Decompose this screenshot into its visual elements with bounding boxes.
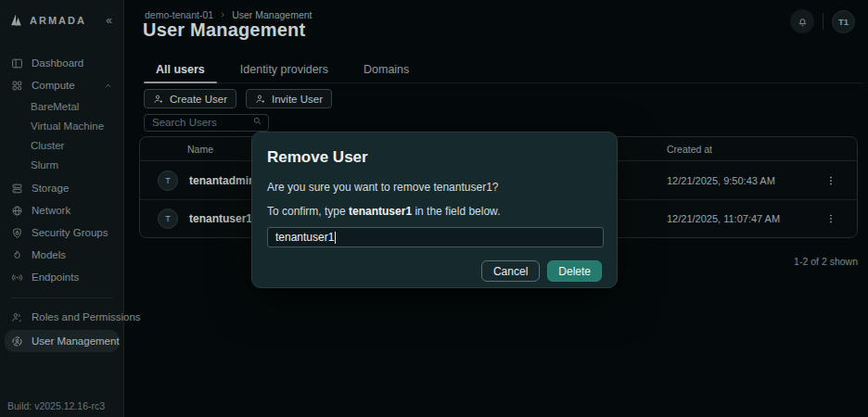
person-plus-icon [153, 94, 164, 105]
user-name: tenantuser1 [189, 212, 252, 225]
sidebar-item-label: User Management [32, 335, 120, 347]
create-user-label: Create User [170, 94, 227, 105]
remove-user-dialog: Remove User Are you sure you want to rem… [251, 132, 618, 288]
text-caret [335, 232, 336, 244]
notifications-button[interactable] [790, 9, 814, 33]
shield-lock-icon [11, 227, 23, 239]
confirm-input-value: tenantuser1 [275, 231, 334, 244]
sidebar-item-models[interactable]: Models [0, 244, 123, 266]
tabs: All users Identity providers Domains [144, 56, 862, 83]
sidebar-item-virtual-machine[interactable]: Virtual Machine [0, 116, 123, 135]
user-avatar[interactable]: T1 [832, 10, 855, 33]
sidebar-item-label: Endpoints [32, 272, 79, 283]
avatar: T [158, 208, 178, 229]
brand-header: ARMADA « [0, 0, 123, 43]
page-title: User Management [143, 19, 305, 41]
sidebar-item-endpoints[interactable]: Endpoints [0, 266, 123, 288]
avatar: T [158, 171, 178, 191]
sidebar-item-network[interactable]: Network [0, 199, 123, 221]
sidebar-item-label: Compute [32, 80, 75, 91]
search-users [144, 113, 269, 131]
sidebar-item-roles-permissions[interactable]: Roles and Permissions [0, 306, 123, 328]
dialog-title: Remove User [267, 148, 602, 167]
delete-button[interactable]: Delete [547, 260, 602, 282]
sidebar-item-storage[interactable]: Storage [0, 177, 123, 199]
storage-icon [11, 183, 23, 195]
tab-all-users[interactable]: All users [144, 56, 217, 82]
armada-logo-icon [9, 12, 25, 28]
compute-icon [11, 80, 23, 92]
sidebar-item-user-management[interactable]: User Management [5, 330, 119, 352]
build-version: Build: v2025.12.16-rc3 [0, 400, 123, 417]
chevron-up-icon [102, 82, 114, 90]
confirm-input[interactable]: tenantuser1 [267, 227, 604, 247]
broadcast-icon [11, 272, 23, 284]
sidebar-item-dashboard[interactable]: Dashboard [0, 52, 123, 74]
sidebar-nav: Dashboard Compute BareMetal Virtual Mach… [0, 43, 123, 354]
chevron-right-icon [219, 11, 226, 19]
collapse-sidebar-icon[interactable]: « [106, 15, 112, 26]
created-at-value: 12/21/2025, 11:07:47 AM [667, 213, 805, 224]
sidebar-item-security-groups[interactable]: Security Groups [0, 221, 123, 244]
user-circle-icon [11, 335, 23, 348]
brand-name: ARMADA [30, 15, 86, 26]
column-header-created-at: Created at [667, 144, 805, 155]
dashboard-icon [11, 57, 23, 70]
create-user-button[interactable]: Create User [144, 89, 236, 108]
tab-domains[interactable]: Domains [351, 56, 421, 82]
sidebar-item-label: Network [32, 205, 70, 216]
dialog-buttons: Cancel Delete [267, 260, 602, 282]
sidebar-item-slurm[interactable]: Slurm [0, 155, 123, 174]
sidebar-item-label: Dashboard [32, 57, 83, 69]
flame-icon [11, 249, 23, 261]
sidebar-divider [11, 297, 112, 298]
sidebar-item-compute[interactable]: Compute [0, 74, 123, 96]
tab-identity-providers[interactable]: Identity providers [228, 56, 340, 82]
table-footer-count: 1-2 of 2 shown [794, 256, 858, 267]
sidebar-item-label: Storage [32, 183, 69, 194]
search-icon [252, 116, 262, 126]
sidebar-item-label: Security Groups [32, 227, 108, 238]
sidebar-item-label: Roles and Permissions [32, 311, 141, 322]
person-plus-icon [255, 94, 266, 105]
sidebar-item-cluster[interactable]: Cluster [0, 135, 123, 155]
topbar-actions: T1 [790, 9, 855, 33]
kebab-menu-icon [825, 213, 836, 224]
sidebar-item-baremetal[interactable]: BareMetal [0, 96, 123, 116]
sidebar: ARMADA « Dashboard Compute BareMetal Vir… [0, 0, 124, 417]
bell-icon [797, 16, 809, 28]
dialog-confirm-instruction: To confirm, type tenantuser1 in the fiel… [267, 205, 602, 218]
created-at-value: 12/21/2025, 9:50:43 AM [667, 175, 805, 186]
toolbar: Create User Invite User [144, 89, 332, 108]
invite-user-label: Invite User [272, 94, 323, 105]
confirm-target-name: tenantuser1 [349, 205, 412, 218]
search-input[interactable] [144, 114, 269, 132]
row-actions-menu[interactable] [805, 213, 857, 224]
users-icon [11, 311, 23, 323]
kebab-menu-icon [825, 175, 836, 186]
network-globe-icon [11, 205, 23, 217]
topbar-divider [823, 13, 823, 30]
cancel-button[interactable]: Cancel [481, 260, 540, 282]
dialog-question: Are you sure you want to remove tenantus… [267, 181, 602, 194]
row-actions-menu[interactable] [805, 175, 857, 186]
invite-user-button[interactable]: Invite User [246, 89, 332, 108]
sidebar-item-label: Models [32, 249, 66, 260]
